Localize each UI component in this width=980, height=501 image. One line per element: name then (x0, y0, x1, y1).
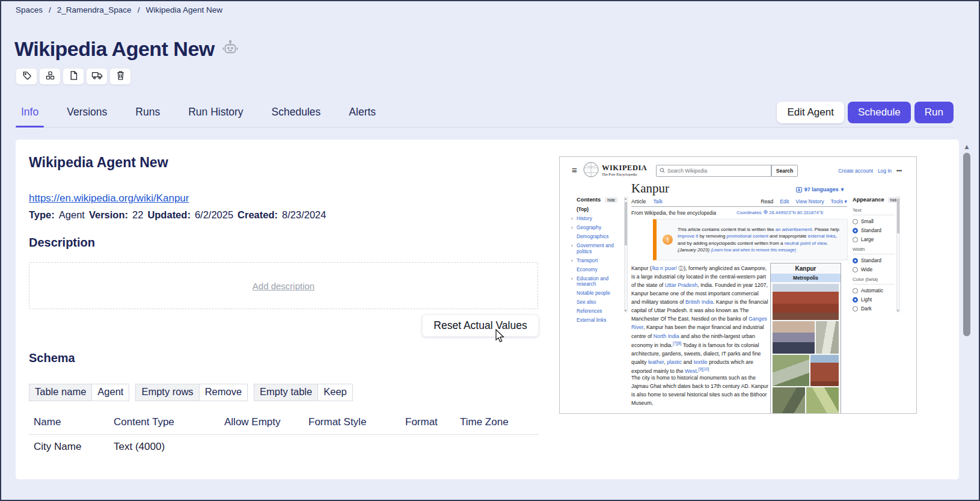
jk-temple-photo (773, 321, 815, 354)
option-label: Automatic (861, 287, 883, 294)
toc-label: Economy (577, 266, 598, 272)
wiki-advert-notice: ! This article contains content that is … (653, 219, 848, 260)
meta-value: Agent (59, 209, 85, 221)
appearance-scrollbar: ▼ (896, 197, 900, 312)
option-label: Standard (861, 257, 881, 263)
schema-setting-value: Remove (200, 384, 248, 401)
column-header-allow-empty: Allow Empty (224, 416, 308, 428)
source-url-link[interactable]: https://en.wikipedia.org/wiki/Kanpur (29, 192, 189, 204)
toc-label: History (577, 215, 592, 221)
info-card: Wikipedia Agent New https://en.wikipedia… (16, 140, 959, 479)
option-label: Standard (861, 227, 881, 233)
trash-button[interactable] (109, 68, 131, 85)
tab-alerts[interactable]: Alerts (349, 106, 376, 127)
toc-label: External links (577, 317, 606, 323)
schedule-button[interactable]: Schedule (848, 102, 911, 123)
tag-button[interactable] (16, 68, 37, 85)
toc-item-external-links: External links (577, 318, 622, 324)
infobox-photo-collage (771, 282, 841, 414)
toc-item-see-also: See also (577, 300, 622, 306)
option-label: Small (861, 218, 874, 224)
tab-versions[interactable]: Versions (67, 106, 107, 127)
wiki-coordinates: Coordinates: 26.449923°N 80.331874°E (737, 210, 824, 215)
description-heading: Description (29, 236, 95, 250)
schema-setting-value: Keep (318, 384, 353, 401)
wiki-tab-tools: Tools ▾ (831, 198, 847, 207)
park-photo (806, 387, 839, 414)
city-aerial-photo (773, 355, 809, 386)
wiki-search-placeholder: Search Wikipedia (667, 168, 707, 174)
radio-icon (853, 267, 858, 272)
meta-value: 6/2/2025 (195, 209, 233, 221)
scrollbar-thumb[interactable] (963, 153, 970, 336)
statue-photo (816, 321, 838, 354)
agent-name-heading: Wikipedia Agent New (29, 155, 168, 171)
appearance-heading: Appearance (853, 197, 884, 203)
option-label: Large (861, 236, 874, 242)
schema-setting-empty-rows: Empty rowsRemove (135, 384, 248, 401)
wiki-paragraph-1: Kanpur (/kɑːnˈpʊər/ ⓘ), formerly anglici… (631, 264, 768, 375)
contents-heading: Contents (577, 197, 601, 203)
schema-table: NameContent TypeAllow EmptyFormat StyleF… (29, 411, 539, 453)
cubes-button[interactable] (39, 68, 61, 85)
meta-value: 22 (132, 209, 143, 221)
reset-actual-values-button[interactable]: Reset Actual Values (422, 315, 539, 337)
tab-bar: InfoVersionsRunsRun HistorySchedulesAler… (16, 102, 954, 128)
appearance-option-color-beta-automatic: Automatic (853, 287, 895, 294)
truck-icon (91, 70, 103, 82)
schema-setting-key: Empty table (254, 384, 318, 401)
edit-agent-button[interactable]: Edit Agent (777, 102, 844, 123)
wiki-languages: A 97 languages▾ (796, 186, 844, 192)
wiki-search-button: Search (771, 165, 798, 177)
wiki-link-log-in: Log in (878, 168, 892, 174)
tab-run-history[interactable]: Run History (188, 106, 243, 127)
app-window: Spaces/2_Ramendra_Space/Wikipedia Agent … (0, 0, 980, 501)
cell-empty (405, 441, 460, 453)
wiki-article-title: Kanpur (631, 181, 669, 196)
toc-item-transport: ›Transport (577, 258, 622, 264)
infobox-title: Kanpur (771, 263, 841, 274)
schema-settings: Table nameAgentEmpty rowsRemoveEmpty tab… (29, 384, 353, 401)
breadcrumb-separator: / (49, 5, 51, 14)
schema-setting-key: Table name (29, 384, 92, 401)
languages-icon: A (796, 187, 802, 192)
cell-content-type: Text (4000) (114, 441, 224, 453)
chevron-down-icon: ▾ (841, 186, 844, 192)
infobox-subtitle: Metropolis (771, 274, 841, 282)
run-button[interactable]: Run (914, 102, 954, 123)
wiki-link-create-account: Create account (838, 168, 873, 174)
wiki-from-line: From Wikipedia, the free encyclopedia (631, 210, 716, 216)
robot-icon (222, 40, 239, 59)
wikipedia-wordmark: WIKIPEDIA (602, 164, 647, 173)
table-row: City NameText (4000) (29, 435, 539, 453)
option-label: Dark (861, 306, 872, 312)
tab-runs[interactable]: Runs (135, 106, 160, 127)
wiki-tab-read: Read (761, 198, 773, 207)
cubes-icon (45, 70, 55, 83)
document-button[interactable] (63, 68, 84, 85)
breadcrumb-item-2-ramendra-space[interactable]: 2_Ramendra_Space (57, 5, 132, 14)
column-header-name: Name (34, 416, 114, 428)
chevron-right-icon: › (571, 243, 573, 248)
scroll-up-arrow[interactable]: ▲ (963, 143, 971, 150)
appearance-option-text-small: Small (853, 218, 895, 224)
schema-table-header: NameContent TypeAllow EmptyFormat StyleF… (29, 411, 539, 435)
more-menu-icon: ••• (896, 168, 902, 174)
tag-icon (22, 70, 32, 83)
radio-icon (853, 219, 858, 224)
tab-info[interactable]: Info (21, 106, 38, 127)
wikipedia-preview[interactable]: ≡ WIKIPEDIA The Free Encyclopedia Search… (559, 156, 917, 414)
toc-item-geography: ›Geography (577, 225, 622, 231)
toc-label: Government and politics (577, 242, 614, 254)
option-label: Light (861, 297, 872, 303)
wiki-contents-panel: Contents hide (Top)›History›GeographyDem… (577, 197, 622, 327)
breadcrumb-item-spaces[interactable]: Spaces (16, 5, 43, 14)
warning-icon: ! (663, 235, 673, 245)
truck-button[interactable] (86, 68, 108, 85)
wiki-paragraph-2: The city is home to historical monuments… (631, 373, 768, 407)
appearance-section-text: Text (853, 207, 895, 215)
page-scrollbar[interactable]: ▲ (963, 143, 971, 480)
add-description-link[interactable]: Add description (253, 281, 314, 291)
divider (631, 206, 847, 207)
tab-schedules[interactable]: Schedules (272, 106, 321, 127)
